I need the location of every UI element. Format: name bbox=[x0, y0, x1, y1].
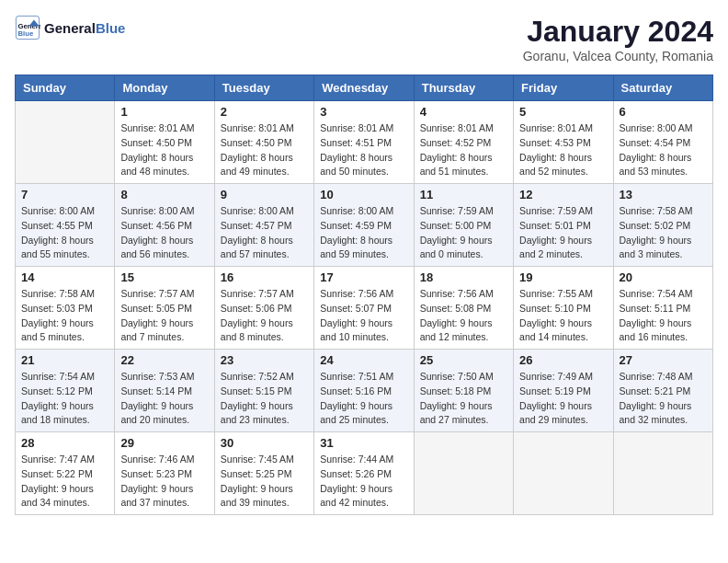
day-number: 24 bbox=[320, 353, 407, 367]
day-info: Sunrise: 8:01 AMSunset: 4:51 PMDaylight:… bbox=[320, 121, 407, 179]
day-info: Sunrise: 7:58 AMSunset: 5:02 PMDaylight:… bbox=[620, 204, 707, 262]
day-info: Sunrise: 7:53 AMSunset: 5:14 PMDaylight:… bbox=[120, 370, 208, 428]
week-row-1: 1Sunrise: 8:01 AMSunset: 4:50 PMDaylight… bbox=[16, 101, 713, 184]
logo: General Blue GeneralBlue bbox=[15, 15, 125, 40]
day-number: 4 bbox=[420, 105, 507, 119]
calendar-header-row: SundayMondayTuesdayWednesdayThursdayFrid… bbox=[16, 75, 713, 101]
day-number: 12 bbox=[519, 188, 607, 201]
week-row-2: 7Sunrise: 8:00 AMSunset: 4:55 PMDaylight… bbox=[16, 184, 713, 267]
day-info: Sunrise: 7:54 AMSunset: 5:12 PMDaylight:… bbox=[21, 370, 108, 428]
day-number: 19 bbox=[519, 270, 607, 284]
day-info: Sunrise: 7:47 AMSunset: 5:22 PMDaylight:… bbox=[21, 453, 108, 511]
col-header-saturday: Saturday bbox=[613, 75, 712, 101]
day-number: 20 bbox=[620, 270, 707, 284]
day-number: 15 bbox=[120, 270, 208, 284]
calendar-cell: 22Sunrise: 7:53 AMSunset: 5:14 PMDayligh… bbox=[115, 350, 214, 432]
calendar-cell: 20Sunrise: 7:54 AMSunset: 5:11 PMDayligh… bbox=[613, 267, 712, 350]
calendar-cell bbox=[414, 432, 513, 515]
day-info: Sunrise: 8:01 AMSunset: 4:53 PMDaylight:… bbox=[519, 121, 607, 179]
calendar-cell: 18Sunrise: 7:56 AMSunset: 5:08 PMDayligh… bbox=[414, 267, 513, 350]
day-info: Sunrise: 8:00 AMSunset: 4:55 PMDaylight:… bbox=[21, 204, 108, 262]
calendar-cell: 6Sunrise: 8:00 AMSunset: 4:54 PMDaylight… bbox=[613, 101, 712, 184]
day-info: Sunrise: 7:52 AMSunset: 5:15 PMDaylight:… bbox=[221, 370, 308, 428]
col-header-wednesday: Wednesday bbox=[314, 75, 414, 101]
day-info: Sunrise: 7:51 AMSunset: 5:16 PMDaylight:… bbox=[320, 370, 407, 428]
calendar-cell: 16Sunrise: 7:57 AMSunset: 5:06 PMDayligh… bbox=[214, 267, 313, 350]
day-number: 1 bbox=[120, 105, 208, 119]
day-number: 9 bbox=[221, 188, 308, 201]
day-number: 30 bbox=[221, 436, 308, 450]
day-info: Sunrise: 7:57 AMSunset: 5:06 PMDaylight:… bbox=[221, 287, 308, 345]
calendar-cell: 2Sunrise: 8:01 AMSunset: 4:50 PMDaylight… bbox=[214, 101, 313, 184]
calendar-cell: 31Sunrise: 7:44 AMSunset: 5:26 PMDayligh… bbox=[314, 432, 414, 515]
day-number: 16 bbox=[221, 270, 308, 284]
day-number: 21 bbox=[21, 353, 108, 367]
day-number: 6 bbox=[620, 105, 707, 119]
day-info: Sunrise: 8:01 AMSunset: 4:50 PMDaylight:… bbox=[221, 121, 308, 179]
month-title: January 2024 bbox=[523, 15, 713, 49]
day-info: Sunrise: 8:00 AMSunset: 4:59 PMDaylight:… bbox=[320, 204, 407, 262]
day-number: 7 bbox=[21, 188, 108, 201]
calendar-cell: 23Sunrise: 7:52 AMSunset: 5:15 PMDayligh… bbox=[214, 350, 313, 432]
day-number: 13 bbox=[620, 188, 707, 201]
calendar-cell: 29Sunrise: 7:46 AMSunset: 5:23 PMDayligh… bbox=[115, 432, 214, 515]
day-info: Sunrise: 8:00 AMSunset: 4:56 PMDaylight:… bbox=[120, 204, 208, 262]
day-info: Sunrise: 8:00 AMSunset: 4:54 PMDaylight:… bbox=[620, 121, 707, 179]
day-info: Sunrise: 8:00 AMSunset: 4:57 PMDaylight:… bbox=[221, 204, 308, 262]
day-number: 8 bbox=[120, 188, 208, 201]
day-info: Sunrise: 7:50 AMSunset: 5:18 PMDaylight:… bbox=[420, 370, 507, 428]
calendar-cell: 19Sunrise: 7:55 AMSunset: 5:10 PMDayligh… bbox=[514, 267, 613, 350]
calendar-cell: 26Sunrise: 7:49 AMSunset: 5:19 PMDayligh… bbox=[514, 350, 613, 432]
calendar-cell: 3Sunrise: 8:01 AMSunset: 4:51 PMDaylight… bbox=[314, 101, 414, 184]
calendar-cell: 27Sunrise: 7:48 AMSunset: 5:21 PMDayligh… bbox=[613, 350, 712, 432]
day-info: Sunrise: 8:01 AMSunset: 4:50 PMDaylight:… bbox=[120, 121, 208, 179]
calendar-cell: 1Sunrise: 8:01 AMSunset: 4:50 PMDaylight… bbox=[115, 101, 214, 184]
calendar-cell: 8Sunrise: 8:00 AMSunset: 4:56 PMDaylight… bbox=[115, 184, 214, 267]
day-number: 5 bbox=[519, 105, 607, 119]
day-info: Sunrise: 7:59 AMSunset: 5:01 PMDaylight:… bbox=[519, 204, 607, 262]
day-number: 3 bbox=[320, 105, 407, 119]
day-info: Sunrise: 7:46 AMSunset: 5:23 PMDaylight:… bbox=[120, 453, 208, 511]
day-info: Sunrise: 7:56 AMSunset: 5:07 PMDaylight:… bbox=[320, 287, 407, 345]
calendar-cell bbox=[613, 432, 712, 515]
page-header: General Blue GeneralBlue January 2024 Go… bbox=[15, 15, 713, 63]
day-info: Sunrise: 7:55 AMSunset: 5:10 PMDaylight:… bbox=[519, 287, 607, 345]
week-row-5: 28Sunrise: 7:47 AMSunset: 5:22 PMDayligh… bbox=[16, 432, 713, 515]
day-info: Sunrise: 7:54 AMSunset: 5:11 PMDaylight:… bbox=[620, 287, 707, 345]
calendar-cell: 5Sunrise: 8:01 AMSunset: 4:53 PMDaylight… bbox=[514, 101, 613, 184]
calendar-cell bbox=[16, 101, 115, 184]
day-info: Sunrise: 7:45 AMSunset: 5:25 PMDaylight:… bbox=[221, 453, 308, 511]
day-number: 26 bbox=[519, 353, 607, 367]
calendar-cell: 12Sunrise: 7:59 AMSunset: 5:01 PMDayligh… bbox=[514, 184, 613, 267]
calendar-cell: 28Sunrise: 7:47 AMSunset: 5:22 PMDayligh… bbox=[16, 432, 115, 515]
col-header-tuesday: Tuesday bbox=[214, 75, 313, 101]
day-number: 29 bbox=[120, 436, 208, 450]
calendar-cell: 17Sunrise: 7:56 AMSunset: 5:07 PMDayligh… bbox=[314, 267, 414, 350]
calendar-cell: 14Sunrise: 7:58 AMSunset: 5:03 PMDayligh… bbox=[16, 267, 115, 350]
day-info: Sunrise: 7:58 AMSunset: 5:03 PMDaylight:… bbox=[21, 287, 108, 345]
col-header-friday: Friday bbox=[514, 75, 613, 101]
day-info: Sunrise: 7:57 AMSunset: 5:05 PMDaylight:… bbox=[120, 287, 208, 345]
week-row-4: 21Sunrise: 7:54 AMSunset: 5:12 PMDayligh… bbox=[16, 350, 713, 432]
day-number: 14 bbox=[21, 270, 108, 284]
day-number: 27 bbox=[620, 353, 707, 367]
day-info: Sunrise: 7:48 AMSunset: 5:21 PMDaylight:… bbox=[620, 370, 707, 428]
calendar-table: SundayMondayTuesdayWednesdayThursdayFrid… bbox=[15, 75, 713, 515]
day-number: 10 bbox=[320, 188, 407, 201]
day-info: Sunrise: 7:44 AMSunset: 5:26 PMDaylight:… bbox=[320, 453, 407, 511]
day-number: 2 bbox=[221, 105, 308, 119]
calendar-cell: 7Sunrise: 8:00 AMSunset: 4:55 PMDaylight… bbox=[16, 184, 115, 267]
day-info: Sunrise: 7:56 AMSunset: 5:08 PMDaylight:… bbox=[420, 287, 507, 345]
day-number: 18 bbox=[420, 270, 507, 284]
day-number: 22 bbox=[120, 353, 208, 367]
location: Goranu, Valcea County, Romania bbox=[523, 49, 713, 63]
day-info: Sunrise: 7:59 AMSunset: 5:00 PMDaylight:… bbox=[420, 204, 507, 262]
day-number: 11 bbox=[420, 188, 507, 201]
svg-text:Blue: Blue bbox=[18, 29, 34, 38]
week-row-3: 14Sunrise: 7:58 AMSunset: 5:03 PMDayligh… bbox=[16, 267, 713, 350]
calendar-cell bbox=[514, 432, 613, 515]
calendar-cell: 15Sunrise: 7:57 AMSunset: 5:05 PMDayligh… bbox=[115, 267, 214, 350]
logo-icon: General Blue bbox=[15, 15, 40, 40]
calendar-cell: 13Sunrise: 7:58 AMSunset: 5:02 PMDayligh… bbox=[613, 184, 712, 267]
calendar-cell: 25Sunrise: 7:50 AMSunset: 5:18 PMDayligh… bbox=[414, 350, 513, 432]
